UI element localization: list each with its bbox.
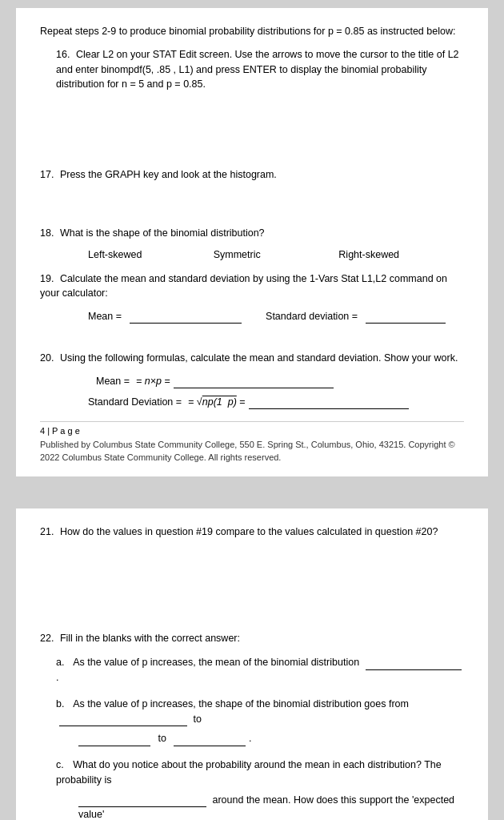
option-right-skewed: Right-skewed — [338, 249, 464, 260]
q16-text: 16. Clear L2 on your STAT Edit screen. U… — [56, 47, 464, 92]
question-16: 16. Clear L2 on your STAT Edit screen. U… — [56, 47, 464, 92]
footer: 4 | P a g e Published by Columbus State … — [40, 421, 464, 464]
q18-text: 18. What is the shape of the binomial di… — [40, 226, 464, 241]
q22-c-line2: around the mean. How does this support t… — [78, 793, 464, 821]
page-number: 4 | P a g e — [40, 426, 464, 436]
q22-a: a. As the value of p increases, the mean… — [56, 655, 464, 685]
q20-std-label: Standard Deviation = — [88, 396, 182, 408]
q22-b-text: b. As the value of p increases, the shap… — [56, 697, 464, 727]
option-left-skewed: Left-skewed — [88, 249, 214, 260]
q22-b-field3[interactable] — [174, 734, 246, 746]
page-1: Repeat steps 2-9 to produce binomial pro… — [16, 8, 488, 476]
q20-std-field[interactable] — [249, 395, 409, 409]
q20-mean-formula: = n×p = — [136, 376, 170, 387]
page-2: 21. How do the values in question #19 co… — [16, 508, 488, 820]
q19-std-field[interactable] — [366, 309, 446, 324]
q22-b: b. As the value of p increases, the shap… — [56, 697, 464, 746]
q20-mean-label: Mean = — [96, 376, 130, 387]
q19-text: 19. Calculate the mean and standard devi… — [40, 271, 464, 302]
q21-text: 21. How do the values in question #19 co… — [40, 525, 464, 540]
question-20: 20. Using the following formulas, calcul… — [40, 351, 464, 409]
q19-mean-label: Mean = — [88, 311, 122, 322]
question-21: 21. How do the values in question #19 co… — [40, 525, 464, 604]
option-symmetric: Symmetric — [214, 249, 339, 260]
q22-b-field2[interactable] — [78, 734, 150, 746]
question-22: 22. Fill in the blanks with the correct … — [40, 631, 464, 821]
q20-mean-field[interactable] — [174, 374, 334, 388]
q22-text: 22. Fill in the blanks with the correct … — [40, 631, 464, 646]
q19-mean-field[interactable] — [130, 309, 242, 324]
q22-c-text1: c. What do you notice about the probabil… — [56, 758, 464, 788]
q22-c-field1[interactable] — [78, 794, 206, 807]
q22-b-line2: to . — [78, 731, 464, 746]
q22-c: c. What do you notice about the probabil… — [56, 758, 464, 820]
question-18: 18. What is the shape of the binomial di… — [40, 226, 464, 260]
q19-std-label: Standard deviation = — [266, 311, 358, 322]
q22-b-field1[interactable] — [59, 713, 187, 726]
q17-text: 17. Press the GRAPH key and look at the … — [40, 167, 464, 183]
q22-a-text: a. As the value of p increases, the mean… — [56, 655, 464, 685]
q20-text: 20. Using the following formulas, calcul… — [40, 351, 464, 366]
q20-std-formula: = √np(1 p) = — [188, 396, 246, 408]
intro-text: Repeat steps 2-9 to produce binomial pro… — [40, 24, 464, 39]
question-19: 19. Calculate the mean and standard devi… — [40, 271, 464, 324]
q20-mean-row: Mean = = n×p = — [96, 374, 464, 388]
page-gap — [0, 476, 504, 492]
q21-answer-space — [40, 540, 464, 604]
shape-options: Left-skewed Symmetric Right-skewed — [40, 249, 464, 260]
q22-a-field[interactable] — [366, 657, 462, 670]
question-17: 17. Press the GRAPH key and look at the … — [40, 167, 464, 183]
q19-calc-row: Mean = Standard deviation = — [88, 309, 464, 324]
footer-copyright: Published by Columbus State Community Co… — [40, 438, 464, 464]
q20-std-row: Standard Deviation = = √np(1 p) = — [88, 395, 464, 409]
